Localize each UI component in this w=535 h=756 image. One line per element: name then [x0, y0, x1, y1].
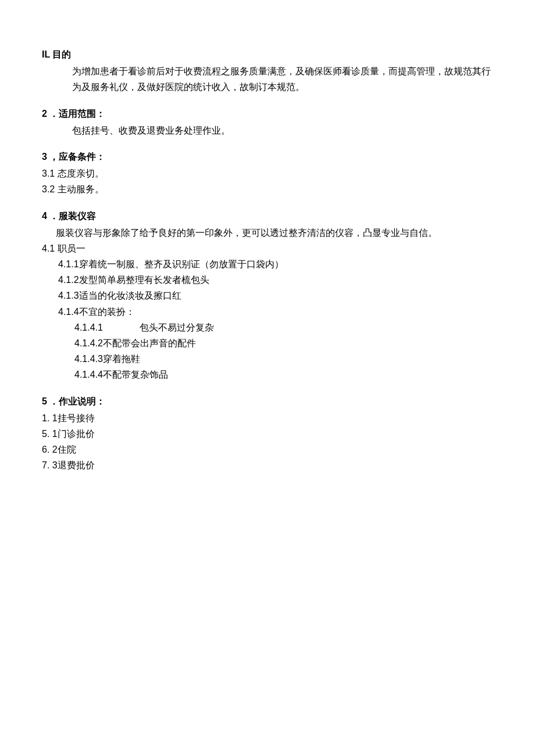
section-4-heading: 4 ．服装仪容 [42, 208, 493, 224]
section-4-item-1-4-3: 4.1.4.3穿着拖鞋 [42, 351, 493, 367]
section-3-heading: 3 ，应备条件： [42, 149, 493, 164]
section-4-item-1-4-2: 4.1.4.2不配带会出声音的配件 [42, 335, 493, 351]
document-page: IL 目的 为增加患者于看诊前后对于收费流程之服务质量满意，及确保医师看诊质量，… [0, 0, 535, 508]
item-number: 4.1.4.1 [74, 320, 137, 335]
section-3-item-2: 3.2 主动服务。 [42, 181, 493, 197]
section-5-item-1: 1. 1挂号接待 [42, 410, 493, 426]
section-4-item-1-1: 4.1.1穿着统一制服、整齐及识别证（勿放置于口袋内） [42, 256, 493, 272]
section-1-body: 为增加患者于看诊前后对于收费流程之服务质量满意，及确保医师看诊质量，而提高管理，… [42, 63, 493, 95]
section-3-item-1: 3.1 态度亲切。 [42, 166, 493, 181]
section-5-heading: 5 ．作业说明： [42, 393, 493, 409]
section-4-item-1-4: 4.1.4不宜的装扮： [42, 304, 493, 320]
item-text: 包头不易过分复杂 [140, 323, 214, 332]
section-5-item-3: 6. 2住院 [42, 442, 493, 457]
section-2-body: 包括挂号、收费及退费业务处理作业。 [42, 123, 493, 138]
section-1-heading: IL 目的 [42, 46, 493, 62]
section-4-item-1-4-4: 4.1.4.4不配带复杂饰品 [42, 367, 493, 382]
section-4-item-1: 4.1 职员一 [42, 241, 493, 256]
section-2-heading: 2 ．适用范围： [42, 106, 493, 121]
section-4-item-1-2: 4.1.2发型简单易整理有长发者梳包头 [42, 272, 493, 288]
section-4-item-1-4-1: 4.1.4.1 包头不易过分复杂 [42, 320, 493, 335]
section-5-item-2: 5. 1门诊批价 [42, 426, 493, 442]
section-5-item-4: 7. 3退费批价 [42, 457, 493, 473]
section-4-body: 服装仪容与形象除了给予良好的第一印象外，更可以透过整齐清洁的仪容，凸显专业与自信… [42, 225, 493, 241]
section-4-item-1-3: 4.1.3适当的化妆淡妆及擦口红 [42, 288, 493, 303]
